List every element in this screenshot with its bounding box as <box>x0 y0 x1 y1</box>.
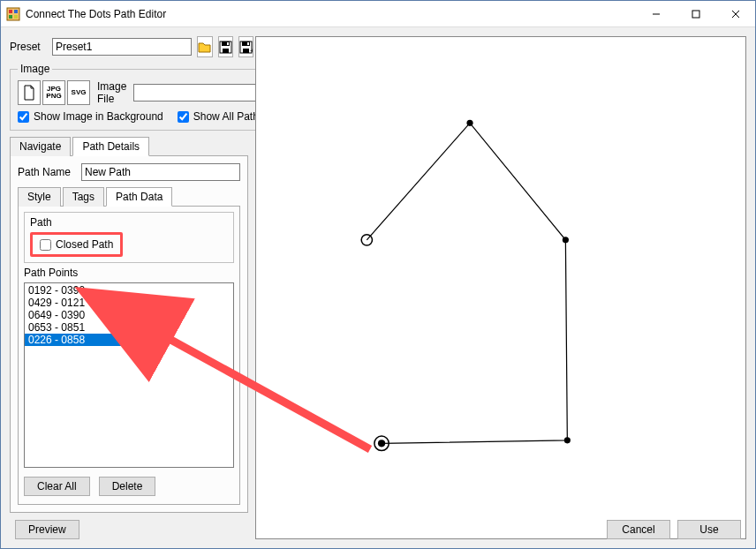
list-item[interactable]: 0226 - 0858 <box>25 334 129 346</box>
tab-style[interactable]: Style <box>18 187 61 207</box>
cancel-button[interactable]: Cancel <box>607 520 670 539</box>
main-tabs: Navigate Path Details <box>10 136 248 156</box>
sub-tabs: Style Tags Path Data <box>18 186 240 207</box>
tab-path-details[interactable]: Path Details <box>72 137 149 156</box>
image-group: Image JPG PNG SVG Image File Show Image … <box>10 63 281 131</box>
maximize-button[interactable] <box>676 2 715 26</box>
path-name-input[interactable] <box>81 163 240 181</box>
path-points-listbox[interactable]: 0192 - 03900429 - 01210649 - 03900653 - … <box>24 282 234 468</box>
tab-navigate[interactable]: Navigate <box>10 137 71 156</box>
jpg-png-filetype[interactable]: JPG PNG <box>42 80 65 105</box>
clear-all-button[interactable]: Clear All <box>24 477 90 496</box>
window-title: Connect The Dots Path Editor <box>26 8 636 20</box>
svg-rect-15 <box>243 49 249 53</box>
tab-path-data[interactable]: Path Data <box>106 187 172 207</box>
image-group-legend: Image <box>18 63 52 75</box>
list-item[interactable]: 0653 - 0851 <box>25 321 233 334</box>
tab-tags[interactable]: Tags <box>63 187 104 207</box>
doc-icon[interactable] <box>18 80 41 105</box>
use-button[interactable]: Use <box>677 520 741 539</box>
list-item[interactable]: 0429 - 0121 <box>25 297 233 309</box>
preset-label: Preset <box>10 41 47 53</box>
drawing-canvas[interactable] <box>255 36 746 539</box>
svg-rect-11 <box>223 49 229 53</box>
preset-input[interactable] <box>52 38 192 56</box>
list-item[interactable]: 0192 - 0390 <box>25 284 233 297</box>
show-all-paths-checkbox[interactable]: Show All Paths <box>178 110 264 123</box>
list-item[interactable]: 0649 - 0390 <box>25 309 233 321</box>
svg-point-23 <box>378 440 385 447</box>
save-icon[interactable] <box>218 36 233 57</box>
open-icon[interactable] <box>197 36 213 57</box>
points-legend: Path Points <box>24 267 234 279</box>
svg-rect-6 <box>692 11 699 18</box>
preview-button[interactable]: Preview <box>15 520 79 539</box>
show-bg-checkbox[interactable]: Show Image in Background <box>18 110 163 123</box>
image-file-label: Image File <box>97 80 126 105</box>
svg-point-21 <box>564 437 571 443</box>
svg-filetype[interactable]: SVG <box>67 80 90 105</box>
left-panel: Preset + Image <box>10 36 248 539</box>
save-plus-icon[interactable]: + <box>238 36 253 57</box>
app-icon <box>6 7 20 21</box>
app-window: Connect The Dots Path Editor Preset <box>0 0 756 549</box>
svg-rect-3 <box>9 15 12 19</box>
closed-path-checkbox[interactable]: Closed Path <box>40 238 113 251</box>
path-data-page: Path Closed Path Path Points 0192 - 0390… <box>18 207 240 505</box>
closed-path-highlight: Closed Path <box>30 232 123 257</box>
path-preview <box>256 37 745 538</box>
svg-point-19 <box>466 120 472 126</box>
path-details-page: Path Name Style Tags Path Data Path <box>10 156 248 513</box>
close-button[interactable] <box>715 2 755 26</box>
minimize-button[interactable] <box>636 2 676 26</box>
svg-rect-4 <box>14 15 18 19</box>
delete-button[interactable]: Delete <box>99 477 156 496</box>
svg-rect-12 <box>227 42 229 45</box>
svg-rect-1 <box>9 10 12 13</box>
path-group-legend: Path <box>30 216 228 229</box>
titlebar: Connect The Dots Path Editor <box>1 1 755 27</box>
path-name-label: Path Name <box>18 166 76 178</box>
svg-rect-16 <box>247 42 249 45</box>
path-group: Path Closed Path <box>24 212 234 263</box>
svg-text:+: + <box>250 47 253 54</box>
svg-rect-2 <box>14 10 18 13</box>
svg-point-20 <box>563 237 569 243</box>
image-file-input[interactable] <box>133 84 273 102</box>
